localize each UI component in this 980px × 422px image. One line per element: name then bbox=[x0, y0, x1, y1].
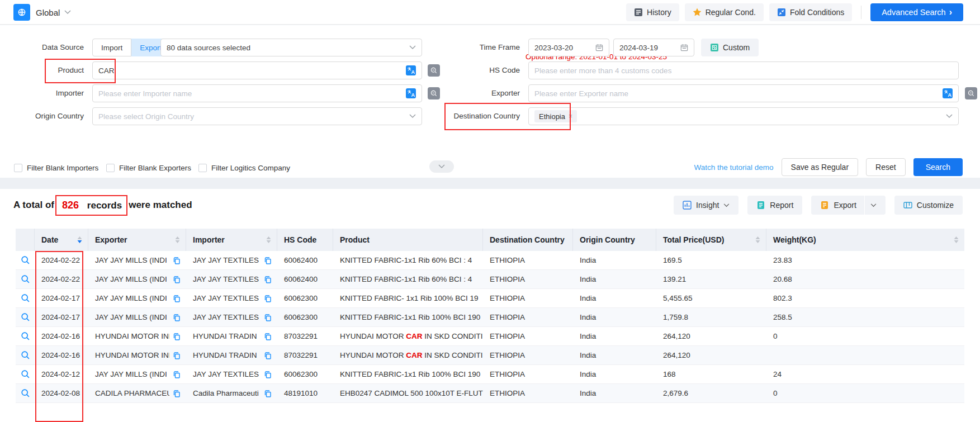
row-detail-search-icon[interactable] bbox=[21, 350, 30, 360]
row-search-cell[interactable] bbox=[16, 289, 35, 307]
copy-icon[interactable] bbox=[264, 333, 272, 340]
product-field[interactable]: A bbox=[92, 61, 422, 79]
cell-text: India bbox=[580, 256, 596, 264]
export-dropdown-button[interactable] bbox=[864, 196, 877, 215]
row-search-cell[interactable] bbox=[16, 365, 35, 383]
data-source-select[interactable]: 80 data sources selected bbox=[160, 39, 422, 56]
reset-button[interactable]: Reset bbox=[866, 158, 906, 176]
importer-exclude-search-icon[interactable] bbox=[428, 87, 440, 99]
hs-code-field[interactable] bbox=[528, 61, 959, 79]
copy-icon[interactable] bbox=[264, 371, 272, 378]
filter-blank-importers-checkbox[interactable]: Filter Blank Importers bbox=[14, 164, 98, 172]
cell-text: ETHIOPIA bbox=[490, 313, 525, 321]
cell-text: 2024-02-16 bbox=[41, 332, 80, 340]
row-search-cell[interactable] bbox=[16, 308, 35, 326]
copy-icon[interactable] bbox=[173, 257, 181, 264]
row-detail-search-icon[interactable] bbox=[21, 312, 30, 322]
exporter-field[interactable]: A bbox=[528, 84, 959, 102]
sorter[interactable] bbox=[175, 236, 180, 243]
exporter-input[interactable] bbox=[534, 89, 938, 98]
translate-icon[interactable]: A bbox=[406, 65, 416, 75]
importer-input[interactable] bbox=[98, 89, 401, 98]
copy-icon[interactable] bbox=[264, 390, 272, 397]
date-from-input[interactable] bbox=[534, 44, 591, 52]
row-detail-search-icon[interactable] bbox=[21, 255, 30, 265]
row-search-cell[interactable] bbox=[16, 346, 35, 364]
column-header-exporter[interactable]: Exporter bbox=[88, 229, 186, 251]
row-search-cell[interactable] bbox=[16, 270, 35, 288]
report-button[interactable]: Report bbox=[747, 196, 802, 215]
cell-text: 60062300 bbox=[284, 313, 318, 321]
sorter[interactable] bbox=[77, 236, 82, 243]
translate-icon[interactable]: A bbox=[943, 88, 953, 98]
tutorial-link[interactable]: Watch the tutorial demo bbox=[694, 163, 773, 172]
exporter-exclude-search-icon[interactable] bbox=[965, 87, 977, 99]
copy-icon[interactable] bbox=[173, 371, 181, 378]
sorter[interactable] bbox=[755, 236, 760, 243]
chevron-down-icon bbox=[438, 164, 445, 169]
cell-destination: ETHIOPIA bbox=[483, 327, 573, 345]
column-header-importer[interactable]: Importer bbox=[186, 229, 277, 251]
export-button[interactable]: Export bbox=[811, 196, 885, 215]
copy-icon[interactable] bbox=[264, 314, 272, 321]
chevron-down-icon bbox=[64, 10, 71, 15]
save-as-regular-button[interactable]: Save as Regular bbox=[782, 158, 859, 176]
copy-icon[interactable] bbox=[173, 295, 181, 302]
row-detail-search-icon[interactable] bbox=[21, 293, 30, 303]
column-header-total-price-usd[interactable]: Total Price(USD) bbox=[656, 229, 766, 251]
copy-icon[interactable] bbox=[264, 352, 272, 359]
copy-icon[interactable] bbox=[173, 352, 181, 359]
customize-button[interactable]: Customize bbox=[894, 196, 963, 215]
sorter[interactable] bbox=[266, 236, 271, 243]
sorter[interactable] bbox=[954, 236, 959, 243]
copy-icon[interactable] bbox=[173, 276, 181, 283]
copy-icon[interactable] bbox=[173, 390, 181, 397]
row-detail-search-icon[interactable] bbox=[21, 388, 30, 398]
form-actions: Watch the tutorial demo Save as Regular … bbox=[694, 158, 963, 176]
cell-product: KNITTED FABRIC-1x1 Rib 60% BCI : 4 bbox=[333, 270, 483, 288]
history-button[interactable]: History bbox=[626, 3, 679, 21]
date-from-field[interactable] bbox=[528, 39, 609, 56]
copy-icon[interactable] bbox=[173, 314, 181, 321]
product-exclude-search-icon[interactable] bbox=[428, 64, 440, 77]
filter-logitics-company-checkbox[interactable]: Filter Logitics Company bbox=[198, 164, 290, 172]
cell-text: 168 bbox=[663, 370, 676, 378]
import-tab[interactable]: Import bbox=[92, 39, 131, 56]
copy-icon[interactable] bbox=[173, 333, 181, 340]
cell-importer: Cadila Pharmaceuti bbox=[186, 384, 277, 402]
row-search-cell[interactable] bbox=[16, 327, 35, 345]
cell-weight: 0 bbox=[766, 384, 964, 402]
importer-field[interactable]: A bbox=[92, 84, 422, 102]
destination-country-select[interactable]: Ethiopia × bbox=[528, 107, 959, 125]
regular-cond-button[interactable]: Regular Cond. bbox=[685, 3, 764, 21]
app-logo[interactable] bbox=[13, 4, 30, 21]
hs-code-input[interactable] bbox=[534, 67, 953, 75]
advanced-search-button[interactable]: Advanced Search › bbox=[870, 3, 963, 21]
copy-icon[interactable] bbox=[264, 276, 272, 283]
collapse-form-button[interactable] bbox=[429, 160, 454, 173]
row-detail-search-icon[interactable] bbox=[21, 274, 30, 284]
filter-blank-exporters-checkbox[interactable]: Filter Blank Exporters bbox=[106, 164, 191, 172]
row-search-cell[interactable] bbox=[16, 384, 35, 402]
custom-range-button[interactable]: Custom bbox=[701, 39, 759, 56]
translate-icon[interactable]: A bbox=[406, 88, 416, 98]
copy-icon[interactable] bbox=[264, 257, 272, 264]
origin-country-select[interactable]: Please select Origin Country bbox=[92, 107, 422, 125]
product-input[interactable] bbox=[98, 67, 401, 75]
column-header-date[interactable]: Date bbox=[35, 229, 88, 251]
column-header-weight-kg[interactable]: Weight(KG) bbox=[766, 229, 964, 251]
cell-origin: India bbox=[573, 270, 656, 288]
date-to-field[interactable] bbox=[613, 39, 694, 56]
row-search-cell[interactable] bbox=[16, 251, 35, 269]
search-button[interactable]: Search bbox=[913, 158, 963, 176]
row-detail-search-icon[interactable] bbox=[21, 369, 30, 379]
tag-close-icon[interactable]: × bbox=[569, 112, 572, 120]
cell-date: 2024-02-22 bbox=[35, 251, 88, 269]
row-detail-search-icon[interactable] bbox=[21, 331, 30, 341]
date-to-input[interactable] bbox=[619, 44, 676, 52]
region-selector[interactable]: Global bbox=[36, 0, 71, 25]
cell-destination: ETHIOPIA bbox=[483, 289, 573, 307]
fold-conditions-button[interactable]: Fold Conditions bbox=[769, 3, 852, 21]
insight-button[interactable]: Insight bbox=[674, 196, 738, 215]
copy-icon[interactable] bbox=[264, 295, 272, 302]
